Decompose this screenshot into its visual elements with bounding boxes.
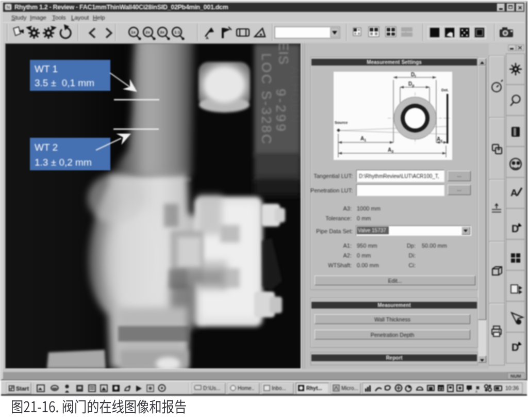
- svg-text:x: x: [475, 389, 477, 394]
- svg-text:D:\Us...: D:\Us...: [203, 385, 220, 391]
- svg-text:ALHOUN: ALHOUN: [288, 66, 301, 124]
- svg-text:3.5 ± 0,1 mm: 3.5 ± 0,1 mm: [35, 77, 94, 88]
- svg-text:1:1: 1:1: [174, 30, 180, 35]
- svg-text:A: A: [510, 187, 518, 198]
- svg-text:2x: 2x: [145, 30, 150, 35]
- svg-text:EIS: EIS: [276, 44, 291, 65]
- svg-text:WT 1: WT 1: [35, 63, 58, 74]
- svg-text:Rhyt...: Rhyt...: [306, 385, 322, 391]
- svg-text:1x: 1x: [131, 30, 136, 35]
- svg-text:Home..: Home..: [238, 385, 254, 391]
- svg-text:WT 2: WT 2: [35, 142, 58, 153]
- svg-text:10:36: 10:36: [505, 385, 519, 391]
- svg-text:9-299: 9-299: [273, 89, 289, 134]
- svg-text:3x: 3x: [160, 30, 164, 35]
- svg-text:Start: Start: [16, 385, 29, 392]
- svg-text:A: A: [206, 36, 209, 40]
- svg-text:D: D: [512, 342, 519, 353]
- svg-text:D: D: [512, 223, 519, 234]
- svg-text:Source: Source: [335, 120, 348, 125]
- svg-text:Inbo...: Inbo...: [272, 385, 286, 391]
- svg-text:LOC S-328C: LOC S-328C: [259, 53, 274, 146]
- svg-text:1.3 ± 0,2 mm: 1.3 ± 0,2 mm: [35, 157, 92, 168]
- svg-text:Micro...: Micro...: [341, 385, 358, 391]
- svg-text:Det.: Det.: [441, 88, 449, 92]
- svg-text:21: 21: [439, 386, 444, 391]
